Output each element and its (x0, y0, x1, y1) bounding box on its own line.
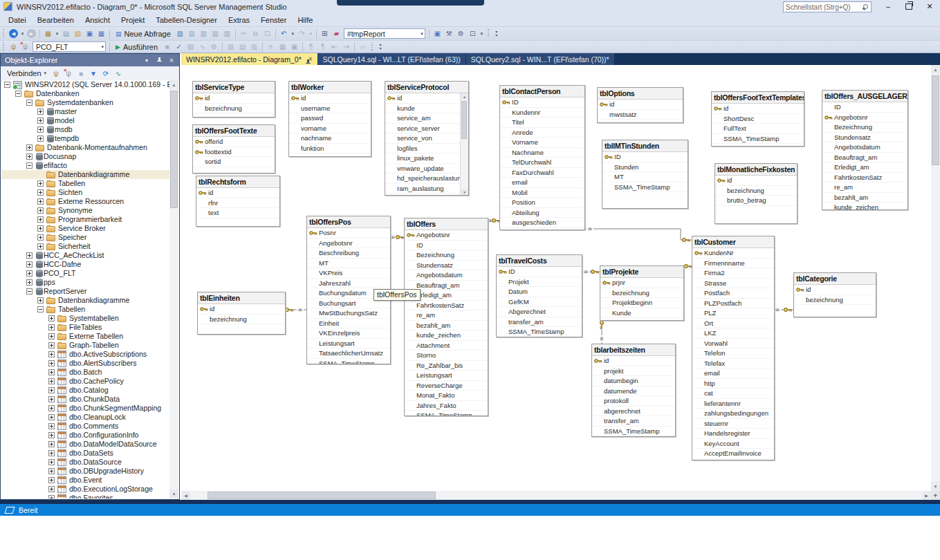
expander-plus-icon[interactable] (48, 405, 55, 411)
menu-hilfe[interactable]: Hilfe (292, 15, 318, 26)
tree-item-sichten[interactable]: Sichten (1, 188, 170, 197)
field-row[interactable]: nachname (289, 133, 371, 144)
scrollbar-thumb[interactable] (461, 101, 467, 139)
field-row[interactable]: Ort (692, 319, 774, 329)
expander-plus-icon[interactable] (48, 441, 55, 447)
field-row[interactable]: PLZ (692, 308, 774, 319)
expander-plus-icon[interactable] (37, 189, 44, 196)
scroll-down-icon[interactable]: ▼ (931, 482, 940, 491)
tree-item-hcc-aechecklist[interactable]: HCC_AeCheckList (1, 251, 170, 260)
menu-projekt[interactable]: Projekt (116, 15, 150, 26)
diagram-table-tblServiceProtocol[interactable]: tblServiceProtocolidkundeservice_amservi… (385, 81, 469, 196)
field-row[interactable]: id (385, 93, 461, 104)
field-row[interactable]: SSMA_TimeStamp (592, 427, 675, 437)
field-row[interactable]: Datum (497, 287, 582, 297)
field-row[interactable]: AcceptEmailInvoice (692, 449, 774, 459)
field-row[interactable]: mwstsatz (598, 110, 683, 120)
field-row[interactable]: id (794, 285, 876, 295)
chevron-down-icon[interactable]: ▾ (421, 31, 423, 37)
field-row[interactable]: kunde_zeichen (405, 330, 488, 341)
field-row[interactable]: SSMA_TimeStamp (712, 134, 804, 144)
object-explorer-details-icon[interactable]: ▣ (432, 28, 443, 39)
tree-item-dbo-datasets[interactable]: dbo.DataSets (1, 449, 170, 458)
table-title[interactable]: tblTravelCosts (497, 255, 582, 267)
field-row[interactable]: vmware_update (385, 164, 461, 174)
expander-plus-icon[interactable] (26, 144, 33, 151)
tree-item-master[interactable]: master (1, 107, 170, 116)
table-title[interactable]: tblRechtsform (196, 176, 279, 188)
field-row[interactable]: abgerechnet (592, 407, 675, 417)
diagram-table-tblOffers_AUSGELAGERT[interactable]: tblOffers_AUSGELAGERTIDAngebotsnrBezeich… (822, 90, 908, 210)
diagram-table-tblWorker[interactable]: tblWorkeridusernamepasswdvornamenachname… (288, 81, 371, 157)
document-tab-sqlquery2-sql[interactable]: SQLQuery2.sql - WIN...T (EFI\stefan (70)… (466, 53, 615, 65)
field-row[interactable]: ID (822, 102, 907, 113)
scroll-down-icon[interactable]: ▼ (461, 189, 468, 195)
field-row[interactable]: steuernr (692, 419, 774, 429)
field-row[interactable]: Leistungsart (405, 371, 488, 381)
field-row[interactable]: id (598, 100, 683, 110)
tree-item-tabellen[interactable]: Tabellen (1, 179, 170, 188)
field-row[interactable]: Leistungsart (307, 339, 390, 349)
field-row[interactable]: bezeichnung (198, 315, 285, 325)
tree-item-dbo-datasource[interactable]: dbo.DataSource (1, 458, 170, 467)
diagram-table-tblEinheiten[interactable]: tblEinheitenidbezeichnung (197, 292, 286, 335)
table-scrollbar[interactable]: ▲▼ (460, 93, 468, 195)
field-row[interactable]: Position (500, 198, 584, 208)
field-row[interactable]: ram_auslastung (385, 184, 461, 194)
expander-minus-icon[interactable] (37, 306, 44, 312)
expander-plus-icon[interactable] (26, 252, 33, 259)
tree-item-tempdb[interactable]: tempdb (1, 134, 170, 143)
menu-extras[interactable]: Extras (223, 15, 255, 26)
field-row[interactable]: LKZ (692, 328, 774, 339)
table-title[interactable]: tblOffersPos (307, 216, 390, 228)
expander-plus-icon[interactable] (48, 432, 55, 438)
relationship-line[interactable]: ∞ (598, 321, 605, 344)
oe-connect-plug-icon[interactable]: ψ (50, 68, 62, 79)
expander-plus-icon[interactable] (26, 279, 33, 286)
field-row[interactable]: brutto_betrag (715, 196, 797, 206)
oe-refresh-icon[interactable]: ⟳ (100, 68, 111, 79)
tree-item-programmierbarkeit[interactable]: Programmierbarkeit (1, 215, 170, 224)
chevron-down-icon[interactable]: ▾ (101, 44, 104, 50)
field-row[interactable]: id (198, 304, 285, 315)
tree-item-reportserver[interactable]: ReportServer (1, 287, 170, 296)
expander-minus-icon[interactable] (26, 288, 33, 295)
undo-icon[interactable]: ↶ (278, 28, 290, 39)
window-layout-menu-icon[interactable]: ▾ (479, 31, 485, 37)
menu-bearbeiten[interactable]: Bearbeiten (32, 15, 80, 26)
connect-object-explorer-menu-icon[interactable]: ▾ (54, 31, 60, 37)
selection-box-icon[interactable]: ⊞ (319, 28, 331, 39)
scroll-right-icon[interactable]: ▶ (922, 491, 931, 500)
tree-item-hcc-dafne[interactable]: HCC-Dafne (1, 260, 170, 269)
expander-plus-icon[interactable] (37, 127, 44, 133)
field-row[interactable]: FaxDurchwahl (500, 168, 584, 178)
field-row[interactable]: KundenNr (692, 248, 774, 259)
compact-query-icon[interactable]: ▥ (221, 28, 233, 39)
field-row[interactable]: Jahreszahl (307, 279, 390, 289)
tree-item-dbo-alertsubscribers[interactable]: dbo.AlertSubscribers (1, 359, 170, 368)
diagram-table-tblServiceType[interactable]: tblServiceTypeidbezeichnung (192, 81, 275, 118)
field-row[interactable]: client_test (385, 194, 461, 195)
field-row[interactable]: rfnr (196, 198, 279, 209)
tree-item-graph-tabellen[interactable]: Graph-Tabellen (1, 341, 170, 350)
field-row[interactable]: Abteilung (500, 208, 584, 218)
diagram-table-tblOffersFootTextTemplates[interactable]: tblOffersFootTextTemplatesidShortDescFul… (711, 91, 804, 147)
field-row[interactable]: VKEinzelpreis (307, 328, 390, 339)
expander-plus-icon[interactable] (37, 234, 44, 241)
field-row[interactable]: Vorwahl (692, 339, 774, 349)
expander-plus-icon[interactable] (48, 396, 55, 402)
oe-disconnect-plug-icon[interactable]: ψ (63, 68, 74, 79)
expander-minus-icon[interactable] (26, 100, 33, 106)
field-row[interactable]: Angebotsnr (405, 230, 488, 241)
diagram-table-tblContactPerson[interactable]: tblContactPersonIDKundennrTitelAnredeVor… (499, 85, 585, 230)
expander-plus-icon[interactable] (48, 459, 55, 465)
field-row[interactable]: VKPreis (307, 268, 390, 279)
wrench-icon[interactable]: ⚒ (443, 28, 455, 39)
field-row[interactable]: offerid (193, 137, 275, 147)
field-row[interactable]: Einheit (307, 319, 390, 329)
field-row[interactable]: http (692, 379, 774, 389)
field-row[interactable]: bezeichnung (600, 288, 683, 299)
close-button[interactable]: ✕ (919, 0, 940, 13)
expander-plus-icon[interactable] (48, 378, 55, 384)
expander-plus-icon[interactable] (37, 243, 44, 250)
